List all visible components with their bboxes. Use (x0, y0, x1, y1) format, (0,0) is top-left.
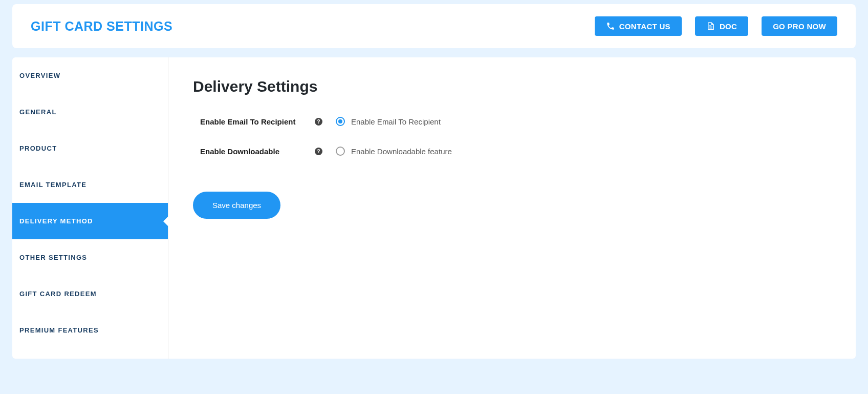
form-label: Enable Email To Recipient (193, 117, 315, 126)
sidebar-item-gift-card-redeem[interactable]: GIFT CARD REDEEM (12, 276, 168, 312)
sidebar-item-label: DELIVERY METHOD (19, 217, 93, 225)
sidebar-item-premium-features[interactable]: PREMIUM FEATURES (12, 312, 168, 348)
sidebar: OVERVIEW GENERAL PRODUCT EMAIL TEMPLATE … (12, 57, 168, 359)
header-card: GIFT CARD SETTINGS CONTACT US DOC GO PRO… (12, 4, 856, 48)
sidebar-item-label: PREMIUM FEATURES (19, 326, 99, 334)
radio-wrapper: Enable Email To Recipient (336, 117, 441, 126)
contact-us-label: CONTACT US (619, 22, 670, 31)
sidebar-item-label: OTHER SETTINGS (19, 254, 87, 261)
sidebar-item-delivery-method[interactable]: DELIVERY METHOD (12, 203, 168, 239)
sidebar-item-label: EMAIL TEMPLATE (19, 181, 86, 189)
help-icon[interactable]: ? (315, 118, 322, 126)
sidebar-item-label: PRODUCT (19, 144, 57, 152)
radio-label: Enable Email To Recipient (351, 117, 441, 126)
radio-downloadable[interactable] (336, 147, 345, 156)
section-title: Delivery Settings (193, 78, 831, 95)
sidebar-item-other-settings[interactable]: OTHER SETTINGS (12, 239, 168, 276)
phone-icon (606, 22, 615, 31)
sidebar-item-label: GIFT CARD REDEEM (19, 290, 97, 298)
form-label: Enable Downloadable (193, 147, 315, 156)
form-row-downloadable: Enable Downloadable ? Enable Downloadabl… (193, 147, 831, 156)
content-card: OVERVIEW GENERAL PRODUCT EMAIL TEMPLATE … (12, 57, 856, 359)
radio-email-recipient[interactable] (336, 117, 345, 126)
sidebar-item-general[interactable]: GENERAL (12, 94, 168, 130)
go-pro-label: GO PRO NOW (773, 22, 826, 31)
sidebar-item-label: GENERAL (19, 108, 57, 116)
sidebar-item-product[interactable]: PRODUCT (12, 130, 168, 167)
header-buttons: CONTACT US DOC GO PRO NOW (595, 16, 837, 36)
go-pro-button[interactable]: GO PRO NOW (762, 16, 837, 36)
doc-label: DOC (720, 22, 737, 31)
main-content: Delivery Settings Enable Email To Recipi… (168, 57, 856, 359)
doc-button[interactable]: DOC (695, 16, 748, 36)
sidebar-item-email-template[interactable]: EMAIL TEMPLATE (12, 167, 168, 203)
form-row-email-recipient: Enable Email To Recipient ? Enable Email… (193, 117, 831, 126)
sidebar-item-overview[interactable]: OVERVIEW (12, 57, 168, 94)
doc-icon (706, 22, 715, 31)
page-title: GIFT CARD SETTINGS (31, 19, 172, 34)
contact-us-button[interactable]: CONTACT US (595, 16, 682, 36)
radio-label: Enable Downloadable feature (351, 147, 452, 156)
help-icon[interactable]: ? (315, 148, 322, 155)
radio-wrapper: Enable Downloadable feature (336, 147, 452, 156)
save-button[interactable]: Save changes (193, 192, 280, 219)
sidebar-item-label: OVERVIEW (19, 72, 60, 79)
